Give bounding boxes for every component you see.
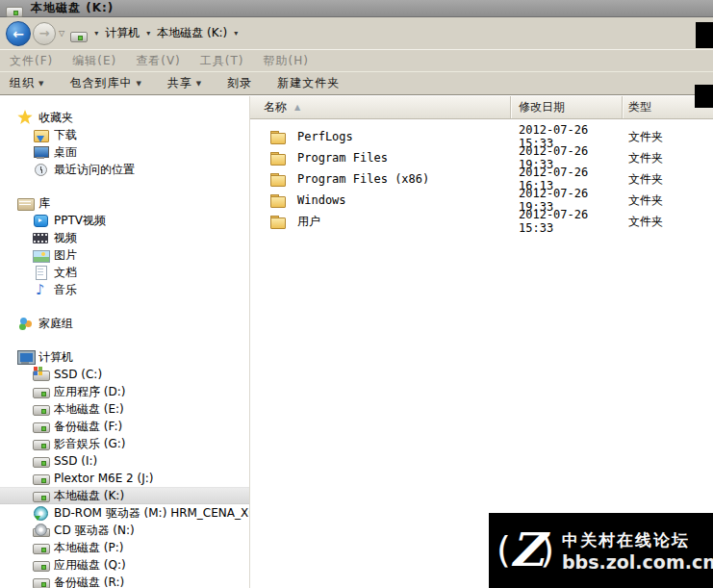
sidebar-item[interactable]: 桌面 xyxy=(0,143,249,161)
menu-item[interactable]: 帮助(H) xyxy=(264,53,309,69)
table-row[interactable]: Program Files (x86)2012-07-26 16:13文件夹 xyxy=(250,168,713,190)
title-bar[interactable]: 本地磁盘 (K:) xyxy=(0,0,713,17)
sidebar-item[interactable]: Plextor M6E 2 (J:) xyxy=(0,470,249,487)
black-crop-patch xyxy=(696,22,713,48)
sidebar-item-label: PPTV视频 xyxy=(54,213,106,229)
toolbar-button[interactable]: 包含到库中▼ xyxy=(69,75,141,91)
explorer-window: 本地磁盘 (K:) ← → ▽ ▾ 计算机 ▾ 本地磁盘 (K:) ▾ 文件(F… xyxy=(0,0,713,588)
sidebar-item[interactable]: 应用程序 (D:) xyxy=(0,383,249,400)
file-rows: PerfLogs2012-07-26 15:33文件夹Program Files… xyxy=(250,119,713,232)
forward-button[interactable]: → xyxy=(33,22,56,45)
toolbar-button[interactable]: 刻录 xyxy=(227,75,252,91)
sidebar-item-label: CD 驱动器 (N:) xyxy=(54,523,135,539)
sidebar-item[interactable]: 视频 xyxy=(0,229,249,246)
breadcrumb-local-disk-k[interactable]: 本地磁盘 (K:) xyxy=(155,23,229,43)
pptv-icon xyxy=(33,213,48,228)
sidebar-group-label: 家庭组 xyxy=(38,316,73,332)
column-header-name[interactable]: 名称 ▲ xyxy=(250,96,510,118)
window-title: 本地磁盘 (K:) xyxy=(31,0,114,16)
file-name-cell[interactable]: Program Files xyxy=(250,150,510,166)
menu-item[interactable]: 工具(T) xyxy=(200,53,244,69)
file-type: 文件夹 xyxy=(622,192,713,209)
drive-icon xyxy=(33,540,48,555)
toolbar-button-label: 组织 xyxy=(10,75,35,91)
sidebar-item[interactable]: 应用磁盘 (Q:) xyxy=(0,556,249,574)
logo-paren-left: ( xyxy=(497,528,511,571)
sidebar-item-label: 本地磁盘 (E:) xyxy=(54,401,124,418)
toolbar-button-label: 共享 xyxy=(167,75,192,91)
address-bar: ← → ▽ ▾ 计算机 ▾ 本地磁盘 (K:) ▾ xyxy=(0,17,713,50)
drive-icon xyxy=(33,575,48,588)
drive-icon xyxy=(33,384,48,399)
column-header-row: 名称 ▲ 修改日期 类型 xyxy=(250,96,713,119)
sidebar-item[interactable]: SSD (C:) xyxy=(0,366,249,383)
toolbar-button[interactable]: 共享▼ xyxy=(167,75,202,91)
toolbar-button-label: 新建文件夹 xyxy=(277,75,340,91)
drive-icon xyxy=(33,401,48,417)
toolbar-button[interactable]: 组织▼ xyxy=(10,75,44,91)
watermark-url: bbs.zol.com.cn xyxy=(562,551,713,573)
watermark-text: 中关村在线论坛 bbs.zol.com.cn xyxy=(562,529,713,573)
sidebar-item[interactable]: 最近访问的位置 xyxy=(0,161,249,178)
zol-watermark: ( Z ) 中关村在线论坛 bbs.zol.com.cn xyxy=(489,513,713,588)
toolbar-button[interactable]: 新建文件夹 xyxy=(277,75,340,91)
file-name-cell[interactable]: 用户 xyxy=(250,214,510,230)
sidebar-item[interactable]: PPTV视频 xyxy=(0,212,249,229)
sidebar-item[interactable]: 影音娱乐 (G:) xyxy=(0,435,249,452)
chevron-down-icon[interactable]: ▾ xyxy=(146,29,150,38)
sort-ascending-icon: ▲ xyxy=(294,103,300,112)
recent-pages-chevron-icon[interactable]: ▽ xyxy=(59,29,64,38)
disk-icon xyxy=(6,3,20,14)
menu-item[interactable]: 文件(F) xyxy=(10,53,53,69)
sidebar-item[interactable]: 音乐 xyxy=(0,281,249,298)
menu-item[interactable]: 编辑(E) xyxy=(72,53,116,69)
sidebar-item[interactable]: 本地磁盘 (E:) xyxy=(0,400,249,418)
file-name-cell[interactable]: PerfLogs xyxy=(250,129,510,144)
folder-icon xyxy=(269,150,285,166)
sidebar-item[interactable]: BD-ROM 驱动器 (M:) HRM_CENA_X64FRE xyxy=(0,504,249,522)
toolbar-button-label: 刻录 xyxy=(227,75,252,91)
sidebar-group-header[interactable]: 库 xyxy=(0,194,249,212)
column-header-date[interactable]: 修改日期 xyxy=(510,96,622,118)
chevron-down-icon[interactable]: ▾ xyxy=(234,29,238,38)
breadcrumb-computer[interactable]: 计算机 xyxy=(103,23,141,43)
sidebar-item[interactable]: 本地磁盘 (K:) xyxy=(0,487,249,504)
chevron-down-icon[interactable]: ▾ xyxy=(94,29,98,38)
table-row[interactable]: 用户2012-07-26 15:33文件夹 xyxy=(250,211,713,232)
pictures-icon xyxy=(33,247,48,263)
sidebar-item[interactable]: 备份磁盘 (R:) xyxy=(0,574,249,588)
menu-item[interactable]: 查看(V) xyxy=(136,53,181,69)
table-row[interactable]: Windows2012-07-26 19:33文件夹 xyxy=(250,190,713,211)
location-disk-icon[interactable] xyxy=(70,28,85,39)
sidebar-group-header[interactable]: 家庭组 xyxy=(0,315,249,332)
sidebar-item-label: 桌面 xyxy=(54,144,77,161)
file-type: 文件夹 xyxy=(622,214,713,230)
chevron-down-icon: ▼ xyxy=(38,80,44,88)
sidebar-item[interactable]: 文档 xyxy=(0,264,249,281)
sidebar-item[interactable]: 下载 xyxy=(0,126,249,143)
sidebar-group-header[interactable]: 计算机 xyxy=(0,348,249,366)
sysdrive-icon xyxy=(33,367,48,382)
table-row[interactable]: PerfLogs2012-07-26 15:33文件夹 xyxy=(250,126,713,147)
sidebar-group-label: 库 xyxy=(38,195,50,212)
back-button[interactable]: ← xyxy=(6,21,31,46)
watermark-forum-name: 中关村在线论坛 xyxy=(562,529,713,551)
table-row[interactable]: Program Files2012-07-26 19:33文件夹 xyxy=(250,147,713,168)
breadcrumb: 计算机 ▾ 本地磁盘 (K:) ▾ xyxy=(103,23,242,43)
drive-icon xyxy=(33,419,48,434)
file-name-cell[interactable]: Windows xyxy=(250,192,510,208)
sidebar-group-label: 计算机 xyxy=(38,349,73,366)
zol-logo: ( Z ) xyxy=(497,521,560,580)
column-header-type-label: 类型 xyxy=(628,99,651,115)
sidebar-item[interactable]: 备份磁盘 (F:) xyxy=(0,418,249,435)
sidebar-item-label: 本地磁盘 (K:) xyxy=(54,488,124,504)
sidebar-item[interactable]: CD 驱动器 (N:) xyxy=(0,522,249,539)
logo-paren-right: ) xyxy=(540,528,554,571)
sidebar-group-header[interactable]: 收藏夹 xyxy=(0,109,249,126)
document-icon xyxy=(33,265,48,280)
sidebar-item[interactable]: SSD (I:) xyxy=(0,452,249,470)
drive-icon xyxy=(33,436,48,451)
file-name-cell[interactable]: Program Files (x86) xyxy=(250,171,510,187)
sidebar-item[interactable]: 本地磁盘 (P:) xyxy=(0,539,249,556)
sidebar-item[interactable]: 图片 xyxy=(0,246,249,264)
